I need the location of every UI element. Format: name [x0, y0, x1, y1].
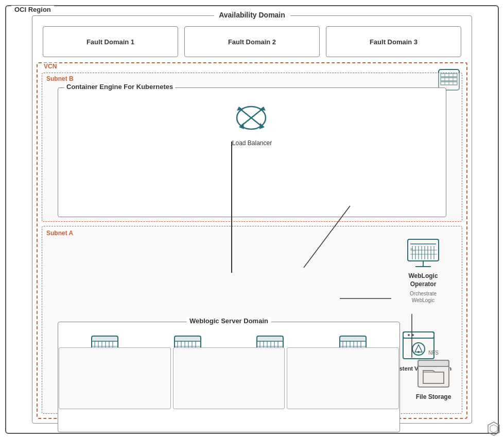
fault-domain-3: Fault Domain 3 — [326, 26, 461, 57]
fault-domain-2: Fault Domain 2 — [184, 26, 320, 57]
svg-marker-91 — [488, 422, 499, 435]
cek-label: Container Engine For Kubernetes — [64, 83, 175, 91]
availability-domain-label: Availability Domain — [214, 11, 290, 19]
svg-marker-92 — [490, 425, 497, 433]
svg-point-82 — [408, 334, 410, 336]
svg-point-83 — [412, 334, 414, 336]
vcn-box: VCN Subnet B — [37, 62, 467, 419]
file-storage-icon — [415, 358, 451, 391]
cek-box: Container Engine For Kubernetes — [58, 87, 446, 217]
subnet-b-box: Subnet B Container Engine For Kubernetes — [42, 73, 462, 222]
load-balancer-area: Load Balancer — [232, 98, 273, 147]
oci-region-box: OCI Region Availability Domain Fault Dom… — [5, 5, 499, 434]
oci-region-label: OCI Region — [11, 6, 54, 13]
orchestrate-label: OrchestrateWebLogic — [410, 290, 437, 304]
vcn-label: VCN — [42, 63, 59, 70]
weblogic-domain-label: Weblogic Server Domain — [186, 317, 271, 325]
load-balancer-label: Load Balancer — [232, 139, 272, 147]
diagram-wrapper: OCI Region Availability Domain Fault Dom… — [0, 0, 504, 439]
svg-rect-85 — [418, 360, 449, 366]
svg-rect-40 — [92, 337, 117, 341]
fault-col-3 — [287, 347, 399, 409]
fault-col-2 — [173, 347, 285, 409]
subnet-b-label: Subnet B — [46, 75, 74, 82]
svg-text:>_: >_ — [410, 247, 415, 251]
fault-col-row — [58, 347, 400, 409]
file-storage-label: File Storage — [416, 393, 451, 400]
availability-domain-box: Availability Domain Fault Domain 1 Fault… — [32, 15, 472, 424]
file-storage-area: NFS File Storage — [415, 350, 451, 400]
svg-rect-76 — [340, 337, 366, 341]
weblogic-operator-icon: >_ — [405, 237, 441, 270]
nfs-label: NFS — [428, 350, 439, 356]
weblogic-operator-label: WebLogicOperator — [408, 272, 438, 288]
svg-rect-64 — [257, 337, 283, 341]
fault-col-1 — [59, 347, 171, 409]
subnet-a-label: Subnet A — [46, 230, 73, 237]
svg-rect-52 — [175, 337, 200, 341]
load-balancer-icon — [232, 98, 273, 139]
subnet-a-box: Subnet A >_ — [42, 226, 462, 414]
hexagon-icon — [486, 421, 501, 436]
fault-domain-1: Fault Domain 1 — [43, 26, 178, 57]
weblogic-operator-area: >_ — [405, 237, 441, 304]
fault-domains-row: Fault Domain 1 Fault Domain 2 Fault Doma… — [43, 26, 461, 57]
